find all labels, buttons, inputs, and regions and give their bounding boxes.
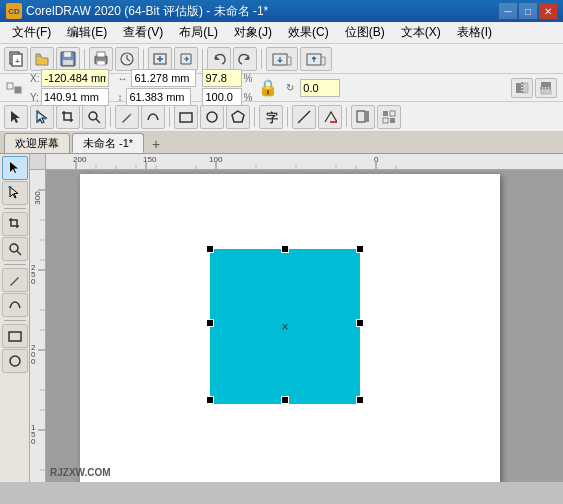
width-input[interactable] [131,69,196,87]
export-btn2[interactable] [300,47,332,71]
menu-object[interactable]: 对象(J) [226,22,280,43]
tab-welcome[interactable]: 欢迎屏幕 [4,133,70,153]
watermark: RJZXW.COM [50,467,111,478]
window-controls: ─ □ ✕ [499,3,557,19]
fill-tool-button[interactable] [351,105,375,129]
menu-bitmap[interactable]: 位图(B) [337,22,393,43]
close-button[interactable]: ✕ [539,3,557,19]
menu-view[interactable]: 查看(V) [115,22,171,43]
zoom-tool[interactable] [2,237,28,261]
mirror-h-button[interactable] [511,78,533,98]
handle-bl[interactable] [206,396,214,404]
menu-edit[interactable]: 编辑(E) [59,22,115,43]
tool-separator3 [4,320,26,321]
menu-file[interactable]: 文件(F) [4,22,59,43]
zoom-tool-button[interactable] [82,105,106,129]
shape3-tool-button[interactable] [318,105,342,129]
svg-line-45 [17,251,21,255]
scale-x-input[interactable] [202,69,242,87]
menu-layout[interactable]: 布局(L) [171,22,226,43]
handle-bc[interactable] [281,396,289,404]
select-tool-button[interactable] [4,105,28,129]
svg-marker-23 [11,111,20,123]
svg-rect-21 [541,89,551,94]
menu-text[interactable]: 文本(X) [393,22,449,43]
handle-ml[interactable] [206,319,214,327]
rotation-label: ↻ [286,82,294,93]
menu-table[interactable]: 表格(I) [449,22,500,43]
y-label: Y: [30,92,39,103]
node-tool[interactable] [2,181,28,205]
rect-tool[interactable] [2,324,28,348]
svg-point-31 [207,112,217,122]
rect-tool-button[interactable] [174,105,198,129]
import-button[interactable] [266,47,298,71]
new-button[interactable]: + [4,47,28,71]
publish-button[interactable] [148,47,172,71]
handle-br[interactable] [356,396,364,404]
rotation-input[interactable] [300,79,340,97]
svg-rect-30 [180,113,192,122]
coord-block: X: Y: [30,69,109,106]
separator3 [202,49,203,69]
svg-rect-15 [7,83,13,89]
svg-rect-37 [383,111,388,116]
y-input[interactable] [41,88,109,106]
line-tool-button[interactable] [292,105,316,129]
x-input[interactable] [41,69,109,87]
ruler-corner [30,154,46,170]
print2-button[interactable] [115,47,139,71]
maximize-button[interactable]: □ [519,3,537,19]
cyan-rectangle[interactable]: × [210,249,360,404]
separator4 [261,49,262,69]
minimize-button[interactable]: ─ [499,3,517,19]
crop-tool[interactable] [2,212,28,236]
document-page: × [80,174,500,482]
export-button[interactable] [174,47,198,71]
open-button[interactable] [30,47,54,71]
smooth-tool-button[interactable] [141,105,165,129]
polygon-tool-button[interactable] [226,105,250,129]
handle-tl[interactable] [206,245,214,253]
toolbar2: 字 [0,102,563,132]
handle-mr[interactable] [356,319,364,327]
undo-button[interactable] [207,47,231,71]
ruler-left: 300 2 5 0 2 0 0 1 5 0 [30,170,46,482]
tab-document[interactable]: 未命名 -1* [72,133,144,153]
menu-bar: 文件(F) 编辑(E) 查看(V) 布局(L) 对象(J) 效果(C) 位图(B… [0,22,563,44]
shape-tool-button[interactable] [30,105,54,129]
position-icon [6,82,24,94]
freehand-tool[interactable] [2,268,28,292]
svg-rect-36 [365,111,369,122]
ellipse-tool[interactable] [2,349,28,373]
text-tool-button[interactable]: 字 [259,105,283,129]
canvas-area[interactable]: 200 150 0 100 [30,154,563,482]
tab-add-button[interactable]: + [146,135,166,153]
mirror-v-button[interactable] [535,78,557,98]
handle-tr[interactable] [356,245,364,253]
pattern-tool-button[interactable] [377,105,401,129]
svg-point-27 [44,116,47,119]
print-button[interactable] [89,47,113,71]
handle-tc[interactable] [281,245,289,253]
select-tool[interactable] [2,156,28,180]
menu-effects[interactable]: 效果(C) [280,22,337,43]
crop-tool-button[interactable] [56,105,80,129]
svg-text:0: 0 [374,155,379,164]
svg-text:150: 150 [143,155,157,164]
svg-text:1
          5
          0: 1 5 0 [31,423,38,446]
curve-tool[interactable] [2,293,28,317]
pencil-tool-button[interactable] [115,105,139,129]
svg-point-28 [89,112,97,120]
tool-separator2 [4,264,26,265]
ruler-top: 200 150 0 100 [46,154,563,170]
svg-text:300: 300 [33,191,42,205]
redo-button[interactable] [233,47,257,71]
ellipse-tool-button[interactable] [200,105,224,129]
height-input[interactable] [126,88,191,106]
lock-icon[interactable]: 🔒 [258,78,278,97]
scale-y-input[interactable] [202,88,242,106]
save-button[interactable] [56,47,80,71]
toolbox [0,154,30,482]
svg-marker-32 [232,111,244,122]
